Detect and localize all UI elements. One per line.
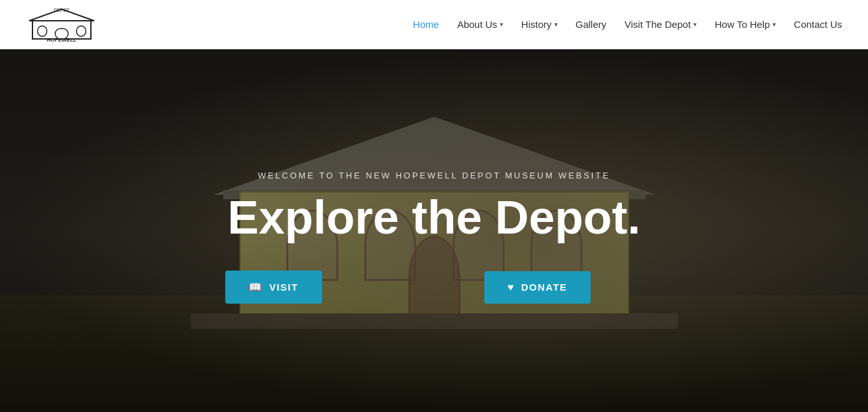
- nav-item-about-us[interactable]: About Us▾: [457, 19, 503, 30]
- nav-label-home: Home: [413, 19, 439, 30]
- nav-item-visit-the-depot[interactable]: Visit The Depot▾: [625, 19, 697, 30]
- chevron-icon-about-us: ▾: [500, 21, 503, 28]
- chevron-icon-visit-the-depot: ▾: [693, 21, 697, 28]
- main-nav: HomeAbout Us▾History▾GalleryVisit The De…: [413, 19, 842, 30]
- hero-subtitle: WELCOME TO THE NEW HOPEWELL DEPOT MUSEUM…: [258, 171, 610, 180]
- site-header: HOPEWELL DEPOT HomeAbout Us▾History▾Gall…: [0, 0, 868, 49]
- chevron-icon-history: ▾: [554, 21, 558, 28]
- svg-rect-2: [38, 26, 47, 36]
- hero-section: WELCOME TO THE NEW HOPEWELL DEPOT MUSEUM…: [0, 49, 868, 412]
- svg-text:HOPEWELL: HOPEWELL: [47, 37, 76, 43]
- hero-buttons: 📖 VISIT ♥ DONATE: [0, 271, 868, 304]
- visit-button-label: VISIT: [269, 282, 299, 293]
- chevron-icon-how-to-help: ▾: [773, 21, 776, 28]
- nav-label-visit-the-depot: Visit The Depot: [625, 19, 691, 30]
- nav-label-contact-us: Contact Us: [794, 19, 842, 30]
- hero-content: WELCOME TO THE NEW HOPEWELL DEPOT MUSEUM…: [0, 49, 868, 412]
- nav-item-home[interactable]: Home: [413, 19, 439, 30]
- nav-item-how-to-help[interactable]: How To Help▾: [715, 19, 776, 30]
- donate-icon: ♥: [508, 282, 515, 293]
- visit-button[interactable]: 📖 VISIT: [225, 271, 322, 304]
- donate-button-label: DONATE: [521, 282, 567, 293]
- nav-label-how-to-help: How To Help: [715, 19, 770, 30]
- nav-item-contact-us[interactable]: Contact Us: [794, 19, 842, 30]
- nav-item-history[interactable]: History▾: [521, 19, 558, 30]
- hero-title: Explore the Depot.: [227, 192, 640, 243]
- svg-text:DEPOT: DEPOT: [54, 8, 70, 12]
- visit-icon: 📖: [249, 281, 263, 293]
- logo-image: HOPEWELL DEPOT: [26, 6, 97, 43]
- logo-svg: HOPEWELL DEPOT: [26, 6, 97, 43]
- nav-item-gallery[interactable]: Gallery: [576, 19, 607, 30]
- svg-rect-3: [77, 26, 86, 36]
- logo[interactable]: HOPEWELL DEPOT: [26, 6, 97, 43]
- nav-label-about-us: About Us: [457, 19, 497, 30]
- donate-button[interactable]: ♥ DONATE: [484, 271, 591, 304]
- nav-label-gallery: Gallery: [576, 19, 607, 30]
- nav-label-history: History: [521, 19, 552, 30]
